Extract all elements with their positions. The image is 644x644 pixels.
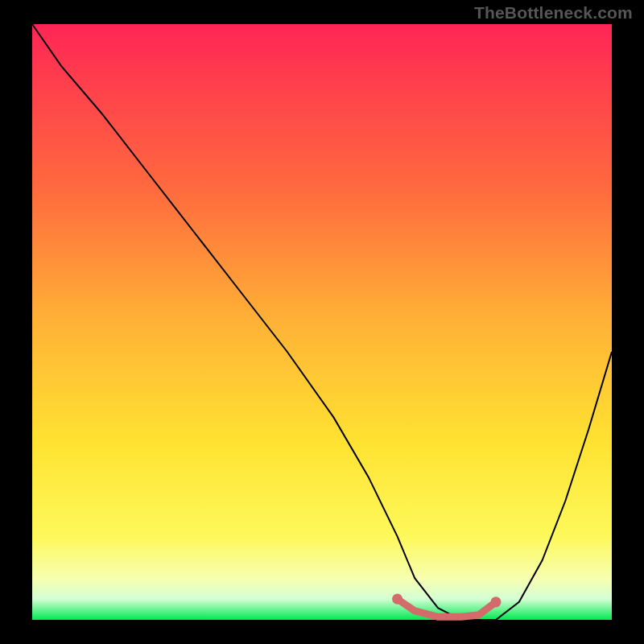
- watermark-text: TheBottleneck.com: [474, 3, 633, 23]
- optimal-range-dot-left: [392, 593, 402, 604]
- optimal-range-path: [398, 599, 496, 617]
- plot-area: [32, 24, 612, 620]
- optimal-range-dot-right: [491, 597, 502, 607]
- bottleneck-curve-path: [32, 24, 612, 620]
- curve-layer: [32, 24, 612, 620]
- chart-frame: TheBottleneck.com: [0, 0, 644, 644]
